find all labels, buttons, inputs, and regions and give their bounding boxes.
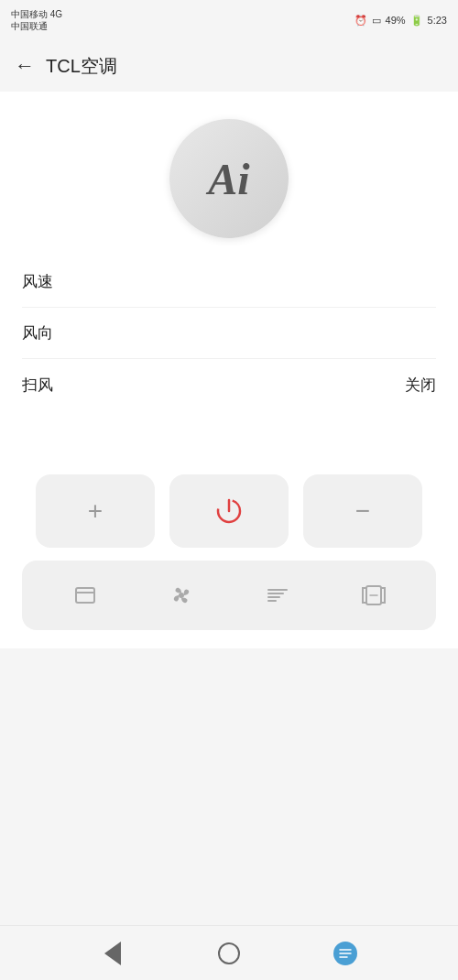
recent-nav-button[interactable] xyxy=(327,935,364,972)
svg-point-4 xyxy=(179,593,184,598)
recent-nav-icon xyxy=(333,942,357,965)
status-bar: 中国移动 4G 中国联通 ⏰ ▭ 49% 🔋 5:23 xyxy=(0,0,458,40)
back-nav-button[interactable] xyxy=(94,935,131,972)
plus-icon: + xyxy=(88,496,103,526)
ai-circle[interactable]: Ai xyxy=(169,119,289,238)
power-button[interactable] xyxy=(169,474,289,548)
minus-icon: − xyxy=(355,496,370,526)
battery-level: 49% xyxy=(386,15,406,26)
back-nav-icon xyxy=(104,942,121,965)
wind-direction-label: 风向 xyxy=(22,322,53,343)
wind-direction-item[interactable]: 风向 xyxy=(22,308,436,359)
page-title: TCL空调 xyxy=(46,54,117,79)
bottom-nav xyxy=(0,925,458,980)
settings-list: 风速 风向 扫风 关闭 xyxy=(0,256,458,410)
time-display: 5:23 xyxy=(428,15,447,26)
fan-icon xyxy=(167,581,196,610)
screen-icon: ▭ xyxy=(372,15,381,27)
carrier2-label: 中国联通 xyxy=(11,20,62,32)
timer-icon xyxy=(359,581,388,610)
minus-button[interactable]: − xyxy=(303,474,422,548)
carrier1-label: 中国移动 4G xyxy=(11,8,62,20)
swing-icon xyxy=(263,581,292,610)
controls-area: + − xyxy=(0,447,458,648)
status-right: ⏰ ▭ 49% 🔋 5:23 xyxy=(354,15,447,27)
ai-section: Ai xyxy=(0,92,458,256)
svg-rect-2 xyxy=(76,588,94,603)
home-nav-button[interactable] xyxy=(211,935,247,972)
wind-speed-item[interactable]: 风速 xyxy=(22,256,436,308)
battery-icon: 🔋 xyxy=(410,15,423,27)
wind-speed-label: 风速 xyxy=(22,271,53,292)
main-controls: + − xyxy=(22,474,436,548)
back-button[interactable]: ← xyxy=(15,54,35,78)
sweep-wind-value: 关闭 xyxy=(405,375,436,396)
secondary-controls xyxy=(22,561,436,630)
ai-label: Ai xyxy=(208,154,249,204)
mode-button[interactable] xyxy=(62,572,108,618)
sweep-wind-item[interactable]: 扫风 关闭 xyxy=(22,359,436,410)
alarm-icon: ⏰ xyxy=(354,15,367,27)
plus-button[interactable]: + xyxy=(36,474,155,548)
fan-button[interactable] xyxy=(158,572,204,618)
mode-icon xyxy=(71,581,100,610)
carrier-info: 中国移动 4G 中国联通 xyxy=(11,8,62,32)
header: ← TCL空调 xyxy=(0,40,458,92)
spacer xyxy=(0,410,458,447)
swing-button[interactable] xyxy=(255,572,300,618)
timer-button[interactable] xyxy=(351,572,397,618)
sweep-wind-label: 扫风 xyxy=(22,375,53,396)
power-icon xyxy=(213,495,245,527)
home-nav-icon xyxy=(218,942,240,964)
